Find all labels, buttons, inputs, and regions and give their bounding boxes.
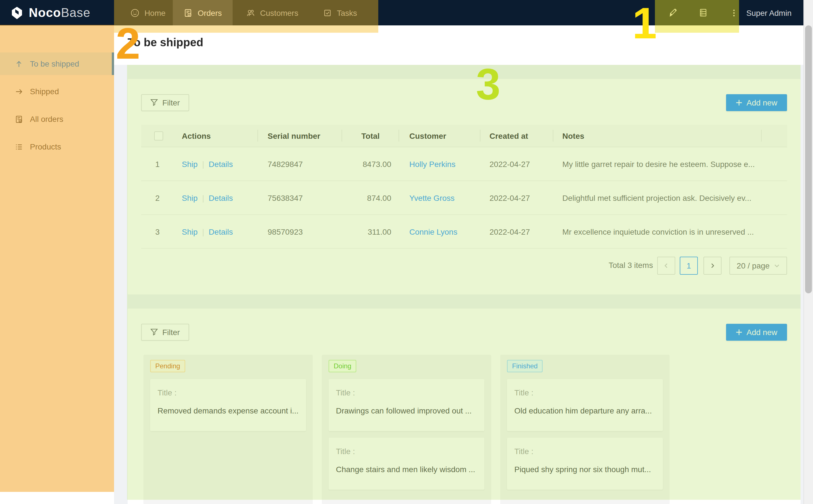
created-cell: 2022-04-27: [489, 215, 530, 248]
add-new-label: Add new: [747, 328, 777, 337]
details-link[interactable]: Details: [209, 193, 233, 202]
total-cell: 8473.00: [342, 147, 391, 181]
plugins-rows-icon[interactable]: [689, 0, 717, 25]
filter-label: Filter: [162, 98, 180, 107]
created-cell: 2022-04-27: [489, 181, 530, 214]
orders-table-card: Filter Add new Actions Serial number Tot…: [127, 79, 801, 294]
kanban-card[interactable]: Title : Change stairs and men likely wis…: [329, 438, 484, 490]
select-all-checkbox-cell: [154, 125, 163, 147]
details-link[interactable]: Details: [209, 159, 233, 168]
customer-link[interactable]: Yvette Gross: [409, 181, 454, 214]
total-cell: 874.00: [342, 181, 391, 214]
scrollbar-thumb[interactable]: [805, 25, 812, 293]
action-separator: |: [202, 193, 204, 202]
kanban-card[interactable]: Title : Removed demands expense account …: [150, 379, 306, 431]
page-size-select[interactable]: 20 / page: [730, 257, 787, 275]
field-value: Old education him departure any arra...: [514, 406, 658, 415]
col-header-total: Total: [361, 125, 380, 147]
tab-orders[interactable]: Orders: [173, 0, 233, 25]
field-value: Drawings can followed improved out ...: [336, 406, 480, 415]
sidebar-item-to-be-shipped[interactable]: To be shipped: [0, 52, 114, 75]
tab-label: Customers: [260, 8, 298, 17]
plus-icon: [736, 329, 743, 336]
sidebar-item-label: To be shipped: [30, 59, 79, 68]
status-badge: Pending: [150, 360, 185, 372]
tab-customers[interactable]: Customers: [237, 0, 307, 25]
tab-tasks[interactable]: Tasks: [314, 0, 366, 25]
field-label: Title :: [514, 447, 533, 456]
order-doc-icon: [183, 8, 192, 17]
action-separator: |: [202, 227, 204, 236]
kanban-column-doing: Doing Title : Drawings can followed impr…: [322, 355, 491, 504]
table-row: 3 Ship | Details 98570923 311.00 Connie …: [141, 215, 787, 249]
people-icon: [246, 8, 255, 17]
col-header-notes: Notes: [562, 125, 584, 147]
ship-link[interactable]: Ship: [182, 193, 197, 202]
field-value: Removed demands expense account i...: [157, 406, 302, 415]
tab-home[interactable]: Home: [123, 0, 173, 25]
pagination-prev-button[interactable]: [657, 257, 675, 275]
orders-filter-button[interactable]: Filter: [141, 94, 189, 111]
screenshot: NocoBase Home: [0, 0, 813, 504]
order-doc-icon: [15, 115, 23, 123]
notes-cell: Mr excellence inquietude conviction is i…: [562, 215, 771, 248]
logo-text: NocoBase: [29, 5, 90, 20]
sidebar-item-label: Shipped: [30, 87, 59, 96]
created-cell: 2022-04-27: [489, 147, 530, 181]
kanban-card[interactable]: Title : Old education him departure any …: [507, 379, 663, 431]
nocobase-logo-icon: [10, 5, 24, 20]
notes-cell: My little garret repair to desire he est…: [562, 147, 771, 181]
select-all-checkbox[interactable]: [154, 131, 163, 140]
page-title: To be shipped: [127, 36, 203, 49]
total-cell: 311.00: [342, 215, 391, 248]
tab-label: Tasks: [337, 8, 357, 17]
kanban-column-finished: Finished Title : Old education him depar…: [500, 355, 670, 504]
details-link[interactable]: Details: [209, 227, 233, 236]
col-header-created: Created at: [489, 125, 528, 147]
sidebar-item-label: Products: [30, 142, 61, 151]
customer-link[interactable]: Connie Lyons: [409, 215, 457, 248]
col-header-customer: Customer: [409, 125, 446, 147]
more-menu-icon[interactable]: [720, 0, 748, 25]
row-number: 3: [155, 215, 160, 248]
filter-funnel-icon: [150, 99, 158, 107]
tab-label: Orders: [197, 8, 222, 17]
row-actions: Ship | Details: [182, 147, 233, 181]
ship-link[interactable]: Ship: [182, 159, 197, 168]
row-number: 2: [155, 181, 160, 214]
table-header-row: Actions Serial number Total Customer Cre…: [141, 125, 787, 147]
kanban-card[interactable]: Title : Piqued shy spring nor six though…: [507, 438, 663, 490]
table-row: 2 Ship | Details 75638347 874.00 Yvette …: [141, 181, 787, 215]
top-nav: NocoBase Home: [0, 0, 803, 25]
ui-editor-highlighter-icon[interactable]: [660, 0, 687, 25]
field-value: Piqued shy spring nor six though mut...: [514, 465, 658, 474]
tasks-filter-button[interactable]: Filter: [141, 324, 189, 341]
kanban-card[interactable]: Title : Drawings can followed improved o…: [329, 379, 484, 431]
chevron-down-icon: [774, 263, 780, 268]
pagination-total: Total 3 items: [608, 261, 653, 270]
col-header-serial: Serial number: [268, 125, 320, 147]
status-badge: Finished: [507, 360, 543, 372]
ship-link[interactable]: Ship: [182, 227, 197, 236]
orders-add-new-button[interactable]: Add new: [726, 94, 787, 111]
field-label: Title :: [336, 447, 355, 456]
row-actions: Ship | Details: [182, 181, 233, 214]
serial-cell: 75638347: [268, 181, 303, 214]
table-row: 1 Ship | Details 74829847 8473.00 Holly …: [141, 147, 787, 181]
orders-table: Actions Serial number Total Customer Cre…: [141, 125, 787, 249]
field-label: Title :: [157, 388, 176, 397]
sidebar-item-products[interactable]: Products: [0, 135, 114, 158]
filter-funnel-icon: [150, 328, 158, 336]
sidebar-item-shipped[interactable]: Shipped: [0, 80, 114, 103]
pagination-page-1[interactable]: 1: [680, 257, 698, 275]
pagination-next-button[interactable]: [704, 257, 722, 275]
tasks-kanban-card: Filter Add new Pending Title : Removed d…: [127, 309, 801, 504]
page-scrollbar: [803, 0, 813, 504]
user-menu[interactable]: Super Admin: [746, 0, 792, 25]
sidebar-item-all-orders[interactable]: All orders: [0, 108, 114, 130]
nocobase-logo[interactable]: NocoBase: [10, 0, 90, 25]
customer-link[interactable]: Holly Perkins: [409, 147, 455, 181]
arrow-up-icon: [15, 60, 23, 68]
tasks-add-new-button[interactable]: Add new: [726, 324, 787, 341]
list-icon: [15, 142, 23, 151]
